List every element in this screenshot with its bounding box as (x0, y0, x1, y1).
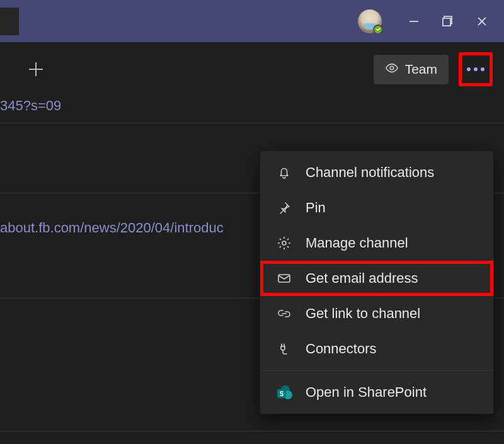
presence-badge-available (373, 25, 383, 35)
channel-toolbar: Team (0, 42, 504, 96)
menu-item-label: Get email address (306, 270, 418, 287)
svg-rect-9 (278, 275, 290, 282)
svg-rect-2 (443, 18, 450, 26)
svg-point-7 (390, 66, 394, 70)
pin-icon (275, 199, 293, 217)
menu-connectors[interactable]: Connectors (260, 331, 493, 367)
menu-open-sharepoint[interactable]: S Open in SharePoint (260, 375, 493, 410)
content-area: Team 345?s=09 about.fb.com/news/2020/04/… (0, 42, 504, 444)
menu-item-label: Manage channel (306, 235, 408, 251)
bell-icon (275, 164, 293, 181)
window-maximize-button[interactable] (431, 6, 465, 37)
menu-get-link[interactable]: Get link to channel (260, 296, 493, 331)
menu-item-label: Open in SharePoint (306, 384, 427, 401)
add-tab-button[interactable] (23, 56, 49, 83)
more-options-button[interactable] (459, 52, 493, 86)
sharepoint-icon: S (275, 384, 293, 401)
mail-icon (275, 270, 293, 287)
menu-pin[interactable]: Pin (260, 190, 493, 225)
link-icon (275, 305, 293, 322)
menu-item-label: Channel notifications (306, 164, 434, 181)
user-avatar[interactable] (358, 9, 382, 33)
menu-item-label: Connectors (306, 341, 377, 357)
menu-item-label: Pin (306, 200, 326, 216)
window-close-button[interactable] (465, 6, 499, 37)
menu-manage-channel[interactable]: Manage channel (260, 225, 493, 261)
post-link[interactable]: 345?s=09 (0, 96, 504, 123)
menu-divider (260, 370, 493, 371)
channel-context-menu: Channel notifications Pin Manage channel… (260, 151, 494, 414)
connectors-icon (275, 340, 293, 358)
eye-icon (385, 61, 399, 78)
svg-point-8 (282, 241, 286, 245)
menu-channel-notifications[interactable]: Channel notifications (260, 155, 493, 190)
window-minimize-button[interactable] (397, 6, 431, 37)
ellipsis-icon (467, 67, 484, 71)
team-visibility-button[interactable]: Team (374, 55, 449, 84)
titlebar (0, 0, 504, 42)
menu-item-label: Get link to channel (306, 305, 420, 322)
titlebar-left-placeholder (0, 8, 19, 35)
team-button-label: Team (405, 62, 437, 77)
gear-icon (275, 234, 293, 252)
menu-get-email-address[interactable]: Get email address (260, 261, 493, 296)
